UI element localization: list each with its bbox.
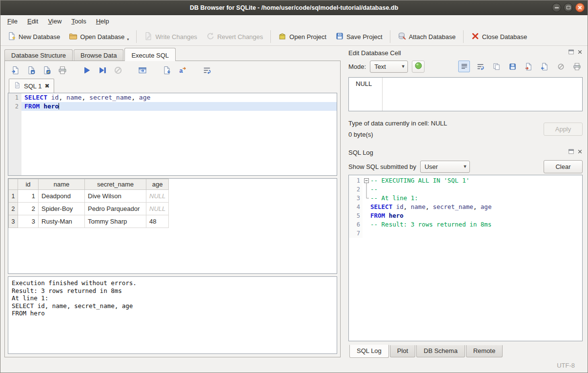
line-number: 7 [349,229,363,238]
save-project-button[interactable]: Save Project [331,30,386,44]
bottom-tab-db-schema[interactable]: DB Schema [416,345,465,357]
fold-marker [363,203,370,211]
revert-changes-icon [206,32,215,42]
cell[interactable]: NULL [146,203,169,215]
results-corner-header [9,179,18,190]
cell[interactable]: Pedro Parqueador [85,203,146,215]
titlebar[interactable]: DB Browser for SQLite - /home/user/code/… [0,0,588,15]
cell[interactable]: Spider-Boy [39,203,85,215]
revert-changes-button[interactable]: Revert Changes [202,30,267,44]
word-wrap-icon[interactable] [201,64,213,76]
close-dock-icon[interactable] [576,48,584,56]
svg-text:a: a [180,67,183,74]
write-changes-button[interactable]: Write Changes [140,30,201,44]
cell[interactable]: Dive Wilson [85,190,146,203]
log-filter-combobox[interactable]: User ▼ [420,161,470,173]
open-project-button[interactable]: Open Project [274,30,330,44]
float-dock-icon[interactable] [568,148,575,155]
maximize-button[interactable] [564,3,573,12]
cell-editor[interactable]: NULL [348,77,583,111]
bottom-tab-plot[interactable]: Plot [390,345,415,357]
column-header-name[interactable]: name [39,179,85,190]
open-sql-file-icon[interactable] [10,64,21,76]
menu-tools[interactable]: Tools [66,15,91,28]
main-area: Database StructureBrowse DataExecute SQL… [0,46,588,358]
row-number[interactable]: 1 [9,190,18,203]
toolbar-separator [390,30,390,43]
row-number[interactable]: 2 [9,203,18,215]
copy-icon[interactable] [490,61,502,72]
close-dock-icon[interactable] [576,148,584,155]
open-database-button[interactable]: Open Database▾ [65,30,133,44]
tab-browse-data[interactable]: Browse Data [74,49,123,61]
import-file-icon[interactable] [523,61,534,72]
execution-status[interactable]: Execution finished without errors. Resul… [8,276,337,354]
cell[interactable]: Tommy Sharp [85,215,146,228]
dropdown-arrow-icon[interactable]: ▾ [127,37,129,42]
cell-settings-button[interactable] [412,61,425,73]
chevron-down-icon: ▼ [461,164,469,169]
save-cell-icon[interactable] [507,61,518,72]
new-database-button[interactable]: New Database [3,30,64,44]
row-number[interactable]: 3 [9,215,18,228]
log-line-4: 4SELECT id, name, secret_name, age [349,203,582,211]
menu-view[interactable]: View [43,15,66,28]
mode-combobox[interactable]: Text ▼ [370,61,408,73]
stop-icon[interactable] [112,64,124,76]
cell[interactable]: 48 [146,215,169,228]
attach-database-icon [398,32,406,42]
settings-orb-icon [414,62,423,71]
mode-label: Mode: [348,63,366,70]
tab-execute-sql[interactable]: Execute SQL [124,48,176,61]
sql-editor[interactable]: 1SELECT id, name, secret_name, age2FROM … [8,93,337,176]
minimize-button[interactable] [552,3,561,12]
save-sql-file-icon[interactable] [25,64,37,76]
word-wrap-icon[interactable] [474,61,486,72]
execute-line-icon[interactable] [97,64,108,76]
sql-log-view[interactable]: 1-- EXECUTING ALL IN 'SQL 1'2--3-- At li… [348,175,583,341]
cell[interactable]: 1 [18,190,39,203]
cell[interactable]: 3 [18,215,39,228]
text-mode-icon[interactable] [458,61,470,72]
save-results-icon[interactable] [161,64,173,76]
print-icon[interactable] [57,64,68,76]
save-sql-as-icon[interactable] [41,64,53,76]
cell-type-info: Type of data currently in cell: NULL [348,120,544,127]
sql-tab-close-icon[interactable]: ✖ [44,83,49,89]
cell[interactable]: NULL [146,190,169,203]
line-number: 4 [349,203,363,211]
maximize-icon [567,6,570,9]
menu-help[interactable]: Help [91,15,114,28]
sql-tab[interactable]: SQL 1 ✖ [9,79,54,93]
fold-marker[interactable] [363,176,370,185]
column-header-id[interactable]: id [18,179,39,190]
tab-database-structure[interactable]: Database Structure [4,49,73,61]
toolbar-separator [463,30,464,43]
line-number: 6 [349,220,363,229]
column-header-secret_name[interactable]: secret_name [85,179,146,190]
export-file-icon[interactable] [539,61,550,72]
apply-button[interactable]: Apply [544,123,583,136]
cell[interactable]: Rusty-Man [39,215,85,228]
bottom-tab-sql-log[interactable]: SQL Log [349,345,389,358]
sql-toolbar: a [8,62,337,79]
attach-database-button[interactable]: Attach Database [394,30,460,44]
execute-all-icon[interactable] [81,64,93,76]
float-dock-icon[interactable] [568,48,575,56]
set-null-icon[interactable] [555,61,567,72]
export-results-icon[interactable] [137,64,148,76]
print-icon[interactable] [571,61,583,72]
menu-edit[interactable]: Edit [22,15,43,28]
close-database-button[interactable]: Close Database [467,30,531,44]
cell[interactable]: Deadpond [39,190,85,203]
cell[interactable]: 2 [18,203,39,215]
bottom-tab-remote[interactable]: Remote [466,345,503,357]
clear-log-button[interactable]: Clear [544,160,583,173]
find-replace-icon[interactable]: a [177,64,188,76]
minimize-icon [555,7,559,8]
close-button[interactable]: ✕ [575,3,585,12]
fold-marker [363,211,370,220]
column-header-age[interactable]: age [146,179,169,190]
menu-file[interactable]: File [2,15,22,28]
cell-mode-row: Mode: Text ▼ [348,59,583,74]
